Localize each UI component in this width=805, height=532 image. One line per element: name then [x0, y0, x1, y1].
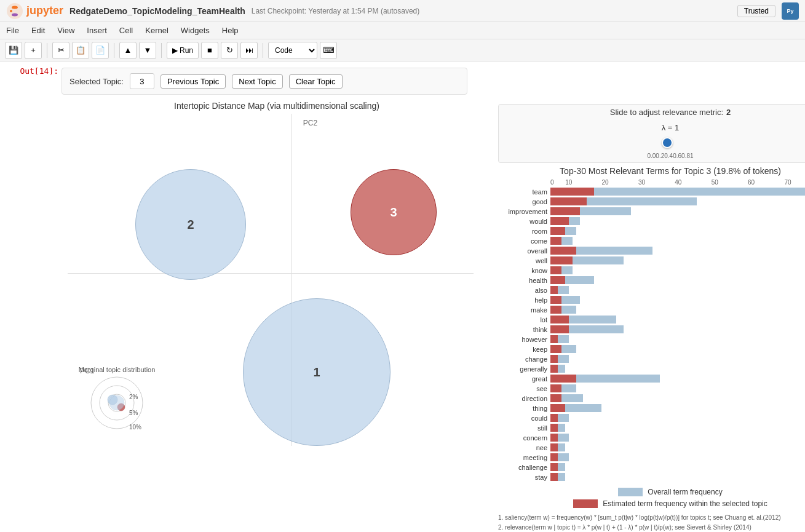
bar-container [550, 404, 805, 412]
run-button[interactable]: ▶ Run [167, 42, 199, 59]
bar-label: direction [498, 395, 550, 402]
clear-topic-button[interactable]: Clear Topic [289, 74, 343, 89]
restart-button[interactable]: ↻ [221, 42, 238, 59]
relevance-value: 2 [726, 108, 731, 117]
svg-point-2 [12, 13, 18, 16]
bar-red [550, 247, 576, 255]
svg-point-1 [12, 6, 18, 9]
bar-row: direction [498, 394, 805, 403]
bar-container [550, 276, 805, 284]
bar-container [550, 414, 805, 422]
menu-edit[interactable]: Edit [31, 26, 45, 35]
axis-numbers: 0 10 20 30 40 50 60 70 80 [550, 179, 805, 186]
bar-label: room [498, 228, 550, 235]
bar-label: meeting [498, 454, 550, 461]
bar-label: overall [498, 247, 550, 255]
cut-button[interactable]: ✂ [52, 42, 69, 59]
bar-row: still [498, 423, 805, 432]
topic-3-bubble[interactable]: 3 [351, 169, 437, 255]
menu-help[interactable]: Help [222, 26, 239, 35]
bar-red [550, 443, 558, 451]
jupyter-text: jupyter [26, 4, 63, 17]
bar-label: lot [498, 316, 550, 324]
bar-container [550, 365, 805, 373]
bar-row: nee [498, 443, 805, 452]
bar-row: come [498, 236, 805, 245]
topic-number-input[interactable] [130, 73, 154, 89]
menu-view[interactable]: View [57, 26, 74, 35]
bar-red [550, 266, 561, 274]
menu-kernel[interactable]: Kernel [145, 26, 169, 35]
bar-container [550, 296, 805, 304]
bar-label: still [498, 424, 550, 432]
jupyter-icon [6, 2, 23, 20]
menu-insert[interactable]: Insert [87, 26, 107, 35]
bar-chart: teamgoodimprovementwouldroomcomeoverallw… [498, 187, 805, 482]
bar-label: change [498, 355, 550, 363]
bar-red [550, 286, 558, 294]
move-up-button[interactable]: ▲ [119, 42, 137, 59]
bar-label: would [498, 218, 550, 225]
interrupt-button[interactable]: ■ [201, 42, 218, 59]
bar-label: thing [498, 405, 550, 412]
cell-type-select[interactable]: Code [268, 42, 317, 59]
legend-estimated-label: Estimated term frequency within the sele… [603, 499, 767, 508]
bar-label: nee [498, 444, 550, 451]
paste-button[interactable]: 📄 [92, 42, 109, 59]
bar-row: help [498, 295, 805, 304]
next-topic-button[interactable]: Next Topic [232, 74, 282, 89]
legend-blue-box [618, 488, 643, 496]
menu-cell[interactable]: Cell [119, 26, 133, 35]
fast-forward-button[interactable]: ⏭ [240, 42, 258, 59]
bar-row: also [498, 285, 805, 295]
bar-red [550, 424, 558, 432]
marginal-circles-svg [77, 375, 157, 431]
save-button[interactable]: 💾 [5, 42, 22, 59]
trusted-button[interactable]: Trusted [737, 5, 775, 17]
slider-thumb[interactable] [662, 137, 673, 148]
bar-row: overall [498, 246, 805, 255]
bar-red [550, 355, 558, 363]
bar-red [550, 434, 558, 442]
bar-red [550, 197, 587, 205]
bar-red [550, 227, 565, 235]
bar-row: know [498, 266, 805, 275]
bar-label: also [498, 287, 550, 294]
bar-red [550, 237, 561, 245]
bar-label: however [498, 336, 550, 343]
bar-label: keep [498, 346, 550, 353]
bar-row: could [498, 413, 805, 423]
add-cell-button[interactable]: + [25, 42, 42, 59]
bar-container [550, 453, 805, 461]
move-down-button[interactable]: ▼ [139, 42, 156, 59]
bar-row: good [498, 197, 805, 206]
previous-topic-button[interactable]: Previous Topic [161, 74, 226, 89]
keyboard-shortcut-button[interactable]: ⌨ [320, 42, 337, 59]
pc2-axis-label: PC2 [303, 119, 317, 127]
bar-red [550, 306, 561, 314]
run-label: Run [180, 46, 193, 55]
bar-label: concern [498, 434, 550, 442]
bar-row: lot [498, 315, 805, 324]
copy-button[interactable]: 📋 [72, 42, 89, 59]
menu-file[interactable]: File [6, 26, 19, 35]
topic-2-bubble[interactable]: 2 [135, 169, 246, 280]
bar-label: help [498, 296, 550, 304]
bar-red [550, 335, 558, 343]
bar-red [550, 316, 569, 324]
bar-row: think [498, 325, 805, 334]
bar-container [550, 217, 805, 225]
bar-row: concern [498, 433, 805, 442]
topic-1-bubble[interactable]: 1 [243, 298, 391, 446]
left-panel: Intertopic Distance Map (via multidimens… [61, 98, 492, 532]
bar-label: come [498, 237, 550, 245]
bar-container [550, 207, 805, 215]
notebook-title: RedgateDemo_TopicModeling_TeamHealth [69, 6, 245, 16]
bar-row: challenge [498, 463, 805, 472]
menu-widgets[interactable]: Widgets [181, 26, 210, 35]
bar-label: improvement [498, 208, 550, 215]
bar-container [550, 424, 805, 432]
marginal-pct-5: 5% [129, 410, 166, 416]
bar-red [550, 365, 558, 373]
bar-row: room [498, 226, 805, 236]
